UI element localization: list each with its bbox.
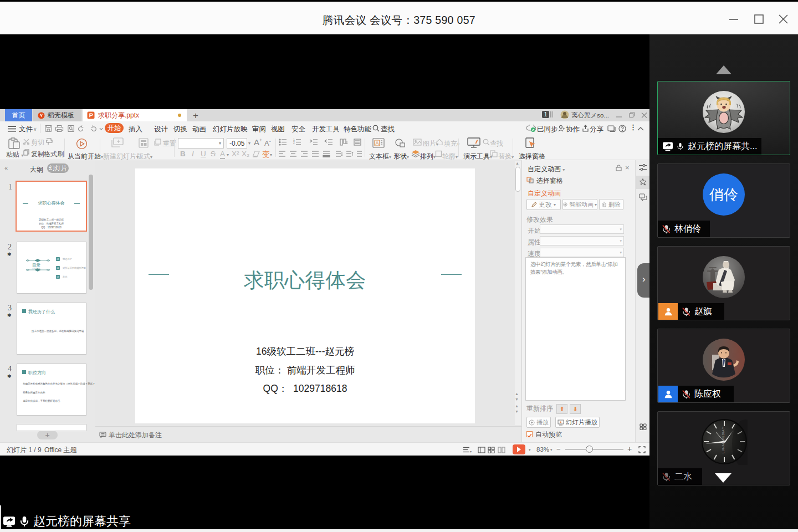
svg-text:03: 03 [57, 275, 59, 278]
svg-text:目录: 目录 [32, 263, 41, 268]
svg-text:▾: ▾ [470, 450, 472, 453]
svg-text:CONTENTS: CONTENTS [32, 268, 40, 270]
svg-text:我经历了: 我经历了 [63, 258, 72, 260]
svg-text:总结: 总结 [62, 275, 68, 278]
svg-text:A: A [376, 140, 379, 146]
svg-text:2: 2 [293, 141, 295, 144]
svg-text:02: 02 [57, 267, 59, 269]
svg-text:对所认识的前端的理解: 对所认识的前端的理解 [63, 267, 86, 269]
svg-text:01: 01 [57, 258, 59, 260]
svg-text:LUNAR MEDIA™: LUNAR MEDIA™ [722, 426, 725, 453]
